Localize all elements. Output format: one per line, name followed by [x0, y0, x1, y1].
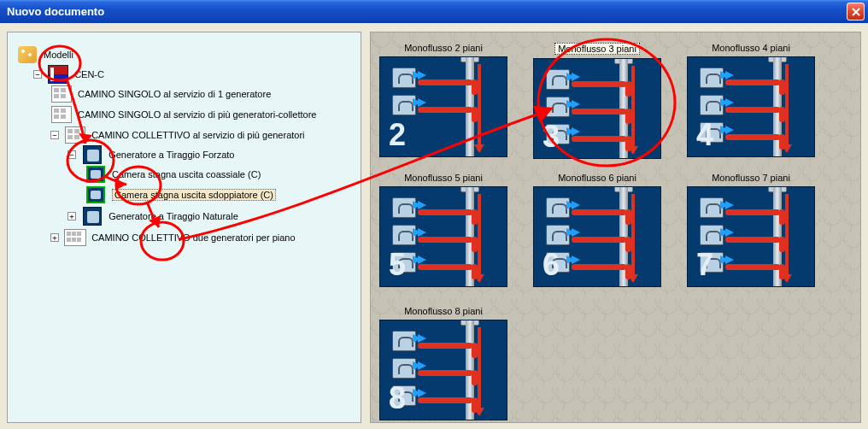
- natural-draft-icon: [81, 207, 103, 226]
- close-button[interactable]: [847, 3, 865, 21]
- template-preview: 3: [533, 58, 661, 159]
- template-thumb[interactable]: Monoflusso 5 piani5: [379, 173, 507, 292]
- template-thumb[interactable]: Monoflusso 7 piani7: [687, 173, 815, 292]
- tree-item-label: CAMINO COLLETTIVO due generatori per pia…: [91, 232, 295, 243]
- tree-item-selected[interactable]: Camera stagna uscita sdoppiatore (C): [85, 185, 357, 205]
- tree-item[interactable]: CAMINO SINGOLO al servizio di 1 generato…: [50, 84, 357, 104]
- template-thumb[interactable]: Monoflusso 4 piani4: [687, 43, 815, 162]
- coaxial-chamber-icon: [85, 165, 107, 184]
- chimney-dual-icon: [64, 228, 86, 247]
- chimney-collective-icon: [64, 126, 86, 144]
- window-title: Nuovo documento: [7, 5, 104, 18]
- template-caption: Monoflusso 6 piani: [558, 173, 636, 183]
- chimney-collector-icon: [50, 105, 73, 124]
- template-caption: Monoflusso 4 piani: [712, 43, 790, 53]
- templates-panel: Monoflusso 2 piani2Monoflusso 3 piani3Mo…: [370, 32, 861, 423]
- template-number: 7: [696, 247, 713, 283]
- models-root-icon: [16, 45, 38, 64]
- expander-icon[interactable]: +: [50, 233, 59, 242]
- tree-root[interactable]: Modelli − CEN-C CAMINO SINGOLO al serviz…: [16, 44, 357, 250]
- template-preview: 5: [379, 186, 507, 287]
- dialog-body: Modelli − CEN-C CAMINO SINGOLO al serviz…: [0, 23, 868, 429]
- split-chamber-icon: [85, 185, 107, 204]
- template-caption: Monoflusso 2 piani: [404, 43, 483, 53]
- template-number: 3: [542, 119, 560, 155]
- titlebar: Nuovo documento: [0, 0, 868, 23]
- expander-icon[interactable]: −: [67, 150, 76, 159]
- template-caption: Monoflusso 7 piani: [712, 173, 790, 183]
- app-icon: [47, 65, 69, 84]
- template-number: 4: [696, 117, 713, 153]
- forced-draft-icon: [81, 145, 103, 164]
- expander-icon[interactable]: −: [33, 70, 42, 79]
- template-number: 8: [389, 380, 406, 416]
- tree-item[interactable]: − CAMINO COLLETTIVO al servizio di più g…: [50, 125, 357, 227]
- tree-item-label: Generatore a Tiraggio Forzato: [108, 150, 234, 160]
- expander-icon[interactable]: −: [50, 131, 59, 139]
- tree-app-label: CEN-C: [74, 69, 104, 79]
- tree-item-label: CAMINO COLLETTIVO al servizio di più gen…: [91, 130, 304, 140]
- tree-item[interactable]: + CAMINO COLLETTIVO due generatori per p…: [50, 227, 357, 248]
- template-caption: Monoflusso 8 piani: [404, 306, 483, 316]
- template-thumb[interactable]: Monoflusso 8 piani8: [379, 306, 507, 420]
- tree-item[interactable]: − Generatore a Tiraggio Forzato Camera s…: [67, 144, 357, 206]
- tree-item[interactable]: + Generatore a Tiraggio Naturale: [67, 206, 357, 226]
- template-preview: 4: [687, 56, 815, 157]
- tree-item-label: Camera stagna uscita sdoppiatore (C): [112, 189, 276, 201]
- tree-app[interactable]: − CEN-C CAMINO SINGOLO al servizio di 1 …: [33, 64, 357, 249]
- template-number: 5: [389, 247, 406, 283]
- categories-tree-panel: Modelli − CEN-C CAMINO SINGOLO al serviz…: [7, 32, 361, 423]
- tree-item-label: Generatore a Tiraggio Naturale: [108, 211, 238, 221]
- template-preview: 2: [379, 56, 507, 157]
- template-number: 2: [389, 117, 406, 153]
- template-preview: 7: [687, 186, 815, 287]
- template-number: 6: [542, 247, 560, 283]
- template-caption: Monoflusso 5 piani: [404, 173, 483, 183]
- tree-item[interactable]: CAMINO SINGOLO al servizio di più genera…: [50, 104, 357, 125]
- template-thumb[interactable]: Monoflusso 3 piani3: [533, 43, 661, 162]
- template-caption: Monoflusso 3 piani: [554, 43, 640, 55]
- template-thumb[interactable]: Monoflusso 2 piani2: [379, 43, 507, 162]
- tree-item-label: CAMINO SINGOLO al servizio di più genera…: [78, 109, 316, 120]
- tree-item-label: Camera stagna uscita coassiale (C): [112, 169, 261, 179]
- template-preview: 6: [533, 186, 661, 287]
- tree-item-label: CAMINO SINGOLO al servizio di 1 generato…: [78, 89, 271, 99]
- expander-icon[interactable]: +: [67, 212, 76, 220]
- template-preview: 8: [379, 320, 507, 420]
- chimney-single-icon: [50, 85, 73, 103]
- tree-root-label: Modelli: [44, 50, 73, 60]
- template-thumb[interactable]: Monoflusso 6 piani6: [533, 173, 661, 292]
- tree-item[interactable]: Camera stagna uscita coassiale (C): [85, 164, 357, 185]
